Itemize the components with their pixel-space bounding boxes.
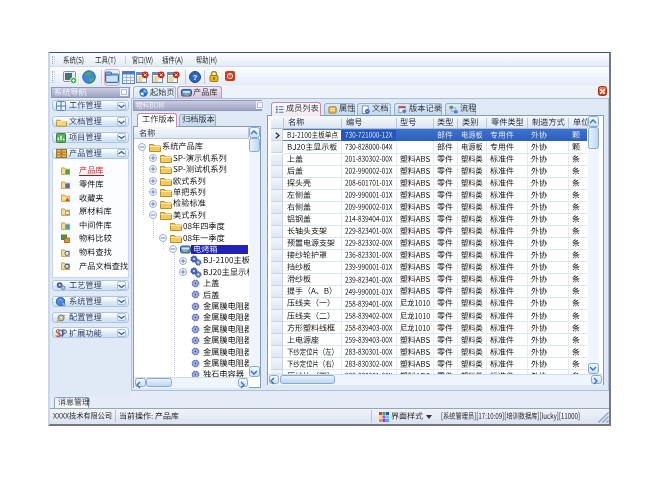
- svg-text:?: ?: [192, 73, 197, 82]
